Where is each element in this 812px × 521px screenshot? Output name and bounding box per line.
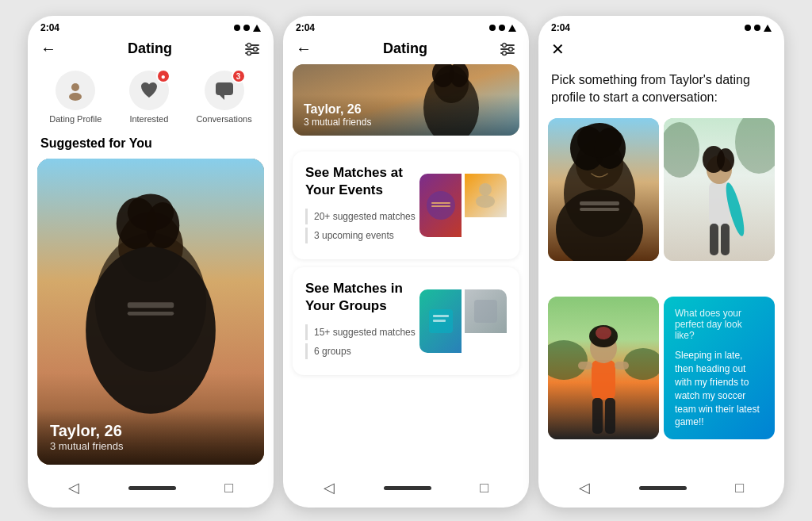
match-card-events-text: See Matches at Your Events 20+ suggested… [305, 164, 419, 247]
square-nav-icon-1[interactable]: □ [224, 480, 233, 496]
status-bar-1: 2:04 [28, 16, 274, 36]
back-nav-icon-2[interactable]: ◁ [324, 479, 335, 496]
home-indicator-1 [128, 486, 176, 490]
filter-icon-1[interactable] [243, 40, 261, 58]
close-button-3[interactable]: ✕ [551, 40, 565, 59]
bottom-nav-2: ◁ □ [283, 471, 529, 508]
svg-point-7 [69, 93, 82, 101]
status-bar-2: 2:04 [283, 16, 529, 36]
phone3-header: Pick something from Taylor's dating prof… [538, 65, 784, 118]
photo-standing[interactable] [548, 297, 659, 439]
status-icons-2 [489, 25, 516, 32]
svg-point-3 [247, 43, 251, 47]
svg-point-24 [503, 51, 507, 55]
svg-point-33 [479, 183, 492, 196]
profile-name: Taylor, 26 [50, 422, 251, 440]
time-2: 2:04 [296, 22, 315, 33]
square-nav-icon-2[interactable]: □ [480, 480, 488, 496]
match-card-groups[interactable]: See Matches in Your Groups 15+ suggested… [293, 267, 519, 375]
status-bar-3: 2:04 [538, 16, 784, 36]
back-arrow-1[interactable]: ← [40, 40, 56, 58]
suggested-header: Suggested for You [28, 133, 274, 159]
nav-bar-2: ← Dating [283, 36, 529, 64]
wifi-icon [253, 25, 261, 32]
svg-point-6 [71, 83, 79, 91]
wifi-icon-3 [764, 25, 772, 32]
svg-rect-31 [431, 202, 450, 204]
svg-rect-38 [474, 300, 497, 323]
svg-point-54 [717, 148, 734, 172]
chat-answer-text: Sleeping in late, then heading out with … [675, 349, 764, 429]
hero-mutual: 3 mutual friends [304, 117, 508, 128]
match-stat-2: 3 upcoming events [305, 228, 419, 243]
phone-1: 2:04 ← Dating [28, 16, 274, 508]
svg-rect-37 [433, 320, 446, 322]
svg-rect-36 [433, 315, 449, 317]
svg-point-5 [247, 51, 251, 55]
profile-card[interactable]: Taylor, 26 3 mutual friends [37, 159, 264, 465]
svg-rect-47 [580, 208, 619, 211]
dating-profile-icon [56, 71, 95, 110]
home-indicator-3 [639, 486, 687, 490]
back-arrow-2[interactable]: ← [296, 40, 312, 58]
time-3: 2:04 [551, 22, 570, 33]
tab-dating-profile[interactable]: Dating Profile [49, 71, 102, 124]
svg-rect-17 [128, 302, 174, 308]
svg-rect-18 [128, 312, 174, 316]
svg-rect-65 [578, 362, 592, 370]
status-icons-3 [745, 25, 772, 32]
signal-dot-2 [243, 25, 250, 31]
svg-rect-57 [721, 224, 730, 255]
hero-name: Taylor, 26 [304, 102, 508, 117]
match-card-events-title: See Matches at Your Events [305, 164, 419, 199]
phone3-grid: What does your perfect day look like? Sl… [538, 118, 784, 471]
signal-dot-6 [754, 25, 760, 31]
svg-rect-66 [615, 362, 629, 370]
time-1: 2:04 [40, 22, 59, 33]
nav-bar-3: ✕ [538, 36, 784, 65]
svg-rect-46 [580, 201, 619, 205]
filter-icon-2[interactable] [499, 40, 516, 58]
svg-rect-67 [592, 398, 603, 434]
profile-card-overlay: Taylor, 26 3 mutual friends [37, 409, 264, 465]
home-indicator-2 [384, 486, 431, 490]
nav-title-1: Dating [128, 40, 172, 57]
svg-point-23 [509, 47, 513, 51]
tab-dating-profile-label: Dating Profile [49, 114, 102, 124]
group-img-2 [465, 289, 507, 333]
interested-icon: ● [129, 71, 169, 110]
svg-rect-8 [216, 82, 233, 95]
chat-question-text: What does your perfect day look like? [675, 308, 764, 341]
match-stat-3: 15+ suggested matches [305, 324, 419, 340]
signal-dot-3 [489, 25, 496, 31]
svg-point-16 [86, 247, 216, 414]
phone2-hero[interactable]: Taylor, 26 3 mutual friends [293, 64, 519, 136]
back-nav-icon-3[interactable]: ◁ [579, 479, 590, 496]
tab-conversations-label: Conversations [196, 114, 251, 124]
chat-bubble-cell[interactable]: What does your perfect day look like? Sl… [664, 297, 775, 439]
interested-badge: ● [156, 69, 170, 83]
back-nav-icon-1[interactable]: ◁ [68, 479, 79, 496]
photo-yoga[interactable] [664, 118, 775, 261]
phone3-question: Pick something from Taylor's dating prof… [551, 71, 772, 107]
svg-rect-61 [592, 360, 615, 400]
phone2-hero-overlay: Taylor, 26 3 mutual friends [293, 94, 519, 136]
event-img-2 [465, 174, 507, 217]
wifi-icon-2 [508, 25, 516, 32]
svg-rect-56 [710, 224, 718, 255]
match-card-events-images [419, 174, 507, 237]
svg-rect-32 [431, 205, 450, 207]
signal-dot-4 [499, 25, 505, 31]
photo-selfie[interactable] [548, 118, 659, 261]
square-nav-icon-3[interactable]: □ [735, 480, 744, 496]
tab-interested[interactable]: ● Interested [129, 71, 169, 124]
match-card-events[interactable]: See Matches at Your Events 20+ suggested… [293, 151, 519, 259]
signal-dot-1 [234, 25, 240, 31]
svg-rect-68 [605, 398, 615, 434]
group-img-1 [419, 289, 462, 353]
signal-dot-5 [745, 25, 751, 31]
phones-container: 2:04 ← Dating [12, 0, 800, 521]
profile-mutual: 3 mutual friends [50, 440, 251, 452]
match-card-groups-text: See Matches in Your Groups 15+ suggested… [305, 280, 419, 362]
tab-conversations[interactable]: 3 Conversations [196, 71, 251, 124]
